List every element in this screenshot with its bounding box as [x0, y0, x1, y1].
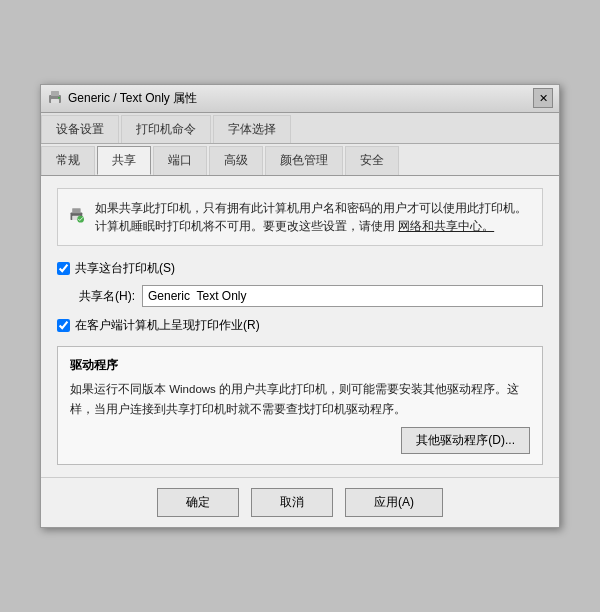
info-link[interactable]: 网络和共享中心。 [398, 220, 494, 232]
tab-font-selection[interactable]: 字体选择 [213, 115, 291, 143]
share-checkbox[interactable] [57, 262, 70, 275]
tab-color-management[interactable]: 颜色管理 [265, 146, 343, 175]
svg-rect-2 [51, 99, 59, 103]
render-checkbox-label[interactable]: 在客户端计算机上呈现打印作业(R) [75, 317, 260, 334]
tab-row-2: 常规 共享 端口 高级 颜色管理 安全 [41, 144, 559, 176]
share-name-input[interactable] [142, 285, 543, 307]
share-name-row: 共享名(H): [79, 285, 543, 307]
window-title: Generic / Text Only 属性 [68, 90, 197, 107]
share-checkbox-label[interactable]: 共享这台打印机(S) [75, 260, 175, 277]
content-area: 如果共享此打印机，只有拥有此计算机用户名和密码的用户才可以使用此打印机。计算机睡… [41, 176, 559, 478]
printer-share-icon [68, 199, 85, 231]
printer-title-icon [47, 90, 63, 106]
share-checkbox-row: 共享这台打印机(S) [57, 260, 543, 277]
tab-security[interactable]: 安全 [345, 146, 399, 175]
share-name-label: 共享名(H): [79, 288, 134, 305]
title-bar: Generic / Text Only 属性 ✕ [41, 85, 559, 113]
tab-printer-commands[interactable]: 打印机命令 [121, 115, 211, 143]
tab-advanced[interactable]: 高级 [209, 146, 263, 175]
driver-btn-row: 其他驱动程序(D)... [70, 427, 530, 454]
driver-description: 如果运行不同版本 Windows 的用户共享此打印机，则可能需要安装其他驱动程序… [70, 380, 530, 419]
cancel-button[interactable]: 取消 [251, 488, 333, 517]
info-text-block: 如果共享此打印机，只有拥有此计算机用户名和密码的用户才可以使用此打印机。计算机睡… [95, 199, 532, 236]
close-button[interactable]: ✕ [533, 88, 553, 108]
apply-button[interactable]: 应用(A) [345, 488, 443, 517]
tab-general[interactable]: 常规 [41, 146, 95, 175]
bottom-bar: 确定 取消 应用(A) [41, 477, 559, 527]
render-checkbox[interactable] [57, 319, 70, 332]
svg-rect-1 [51, 91, 59, 96]
title-bar-left: Generic / Text Only 属性 [47, 90, 197, 107]
main-window: Generic / Text Only 属性 ✕ 设备设置 打印机命令 字体选择… [40, 84, 560, 529]
tab-sharing[interactable]: 共享 [97, 146, 151, 175]
tab-device-settings[interactable]: 设备设置 [41, 115, 119, 143]
driver-section: 驱动程序 如果运行不同版本 Windows 的用户共享此打印机，则可能需要安装其… [57, 346, 543, 465]
svg-rect-3 [58, 97, 60, 99]
svg-rect-5 [72, 208, 80, 213]
render-checkbox-row: 在客户端计算机上呈现打印作业(R) [57, 317, 543, 334]
other-drivers-button[interactable]: 其他驱动程序(D)... [401, 427, 530, 454]
tab-ports[interactable]: 端口 [153, 146, 207, 175]
ok-button[interactable]: 确定 [157, 488, 239, 517]
tab-row-1: 设备设置 打印机命令 字体选择 [41, 113, 559, 144]
info-box: 如果共享此打印机，只有拥有此计算机用户名和密码的用户才可以使用此打印机。计算机睡… [57, 188, 543, 247]
driver-title: 驱动程序 [70, 357, 530, 374]
form-section: 共享这台打印机(S) 共享名(H): 在客户端计算机上呈现打印作业(R) [57, 260, 543, 334]
